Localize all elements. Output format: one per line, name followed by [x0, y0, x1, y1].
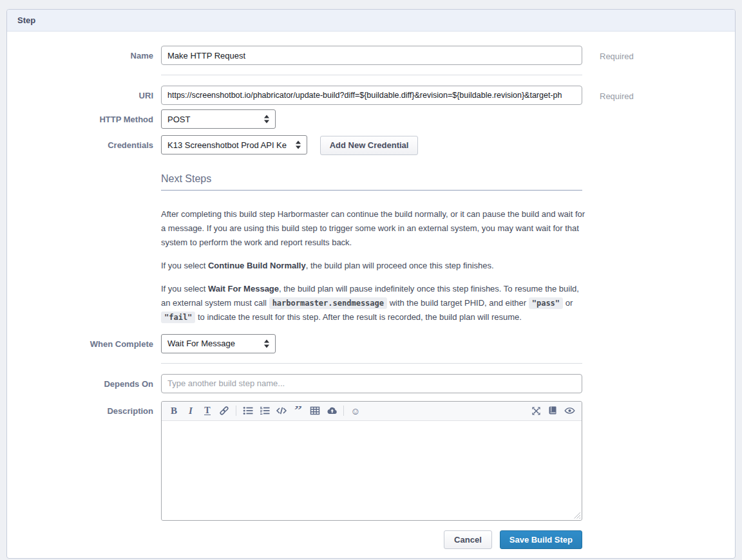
- when-complete-row: When Complete Wait For Message: [7, 334, 735, 353]
- cancel-button[interactable]: Cancel: [444, 530, 492, 549]
- toolbar-button-monospace[interactable]: T: [199, 402, 216, 419]
- http-method-label: HTTP Method: [7, 109, 161, 124]
- bold-icon: B: [171, 406, 177, 416]
- toolbar-button-table[interactable]: [307, 402, 323, 419]
- emoji-icon: ☺: [350, 406, 360, 416]
- depends-on-input[interactable]: [161, 374, 582, 393]
- uri-label: URI: [7, 86, 161, 100]
- toolbar-button-help[interactable]: [544, 402, 561, 419]
- required-note: Required: [582, 46, 634, 61]
- fullscreen-icon: [531, 406, 541, 416]
- panel-title: Step: [17, 15, 35, 25]
- name-field-row: Name Required: [7, 46, 735, 65]
- paragraph-text: , the build plan will proceed once this …: [306, 261, 494, 270]
- remarkup-toolbar: B I T: [162, 402, 582, 421]
- toolbar-button-quote[interactable]: ”: [290, 402, 307, 419]
- bulleted-list-icon: [243, 406, 253, 416]
- help-paragraph: After completing this build step Harborm…: [161, 207, 586, 250]
- select-arrows-icon: [264, 339, 269, 348]
- name-input[interactable]: [161, 46, 582, 65]
- name-label: Name: [7, 46, 161, 61]
- bold-text: Wait For Message: [208, 284, 279, 294]
- toolbar-button-numbered-list[interactable]: [256, 402, 273, 419]
- select-arrows-icon: [264, 115, 269, 124]
- toolbar-button-bold[interactable]: B: [166, 402, 182, 419]
- toolbar-button-link[interactable]: [216, 402, 233, 419]
- select-arrows-icon: [296, 141, 301, 149]
- http-method-row: HTTP Method POST: [7, 109, 735, 129]
- credentials-label: Credentials: [7, 135, 161, 150]
- paragraph-text: or: [563, 298, 573, 308]
- toolbar-button-emoji[interactable]: ☺: [347, 402, 364, 419]
- paragraph-text: to indicate the result for this step. Af…: [195, 312, 522, 322]
- numbered-list-icon: [260, 406, 270, 416]
- book-icon: [547, 406, 558, 416]
- inline-code: "pass": [529, 297, 563, 309]
- toolbar-button-upload[interactable]: [323, 402, 340, 419]
- paragraph-text: If you select: [161, 261, 208, 270]
- description-label: Description: [7, 401, 161, 416]
- credentials-selected-value: K13 Screenshotbot Prod API Ke: [167, 140, 287, 150]
- paragraph-text: If you select: [161, 284, 208, 294]
- monospace-icon: T: [204, 406, 210, 415]
- http-method-selected-value: POST: [167, 115, 190, 124]
- toolbar-separator: [236, 406, 236, 416]
- save-build-step-button[interactable]: Save Build Step: [500, 530, 582, 549]
- toolbar-right-group: [528, 402, 578, 419]
- credentials-row: Credentials K13 Screenshotbot Prod API K…: [7, 135, 735, 155]
- toolbar-separator: [343, 406, 344, 416]
- toolbar-button-italic[interactable]: I: [182, 402, 199, 419]
- credentials-select[interactable]: K13 Screenshotbot Prod API Ke: [161, 135, 307, 154]
- panel-header: Step: [7, 10, 735, 32]
- description-row: Description B I T: [7, 401, 735, 521]
- section-heading: Next Steps: [161, 173, 582, 191]
- form-actions: Cancel Save Build Step: [7, 530, 582, 549]
- paragraph-text: After completing this build step Harborm…: [161, 209, 585, 247]
- eye-icon: [564, 406, 575, 416]
- when-complete-select[interactable]: Wait For Message: [161, 334, 276, 353]
- bold-text: Continue Build Normally: [208, 261, 306, 270]
- depends-on-row: Depends On: [7, 374, 735, 393]
- build-step-form: Name Required URI Required HTTP Method P…: [7, 32, 735, 558]
- depends-on-label: Depends On: [7, 374, 161, 389]
- step-panel: Step Name Required URI Required HTTP Met…: [6, 9, 736, 559]
- inline-code: "fail": [161, 312, 195, 323]
- divider: [161, 363, 582, 364]
- code-block-icon: [276, 406, 287, 416]
- divider: [161, 75, 582, 75]
- http-method-select[interactable]: POST: [161, 109, 276, 129]
- when-complete-label: When Complete: [7, 334, 161, 349]
- required-note: Required: [582, 86, 634, 101]
- inline-code: harbormaster.sendmessage: [269, 297, 387, 309]
- link-icon: [219, 406, 229, 416]
- toolbar-button-code-block[interactable]: [273, 402, 290, 419]
- italic-icon: I: [189, 406, 193, 416]
- uri-input[interactable]: [161, 86, 582, 105]
- table-icon: [310, 406, 320, 416]
- when-complete-selected-value: Wait For Message: [167, 339, 235, 348]
- description-textarea[interactable]: [162, 421, 582, 520]
- toolbar-button-bulleted-list[interactable]: [240, 402, 256, 419]
- help-paragraph: If you select Wait For Message, the buil…: [161, 282, 586, 324]
- uri-field-row: URI Required: [7, 86, 735, 105]
- help-paragraph: If you select Continue Build Normally, t…: [161, 259, 586, 273]
- toolbar-button-preview[interactable]: [561, 402, 578, 419]
- toolbar-button-fullscreen[interactable]: [528, 402, 544, 419]
- paragraph-text: with the build target PHID, and either: [387, 298, 529, 308]
- quote-icon: ”: [294, 406, 302, 415]
- cloud-upload-icon: [327, 406, 338, 416]
- add-new-credential-button[interactable]: Add New Credential: [320, 136, 419, 155]
- remarkup-editor: B I T: [161, 401, 582, 521]
